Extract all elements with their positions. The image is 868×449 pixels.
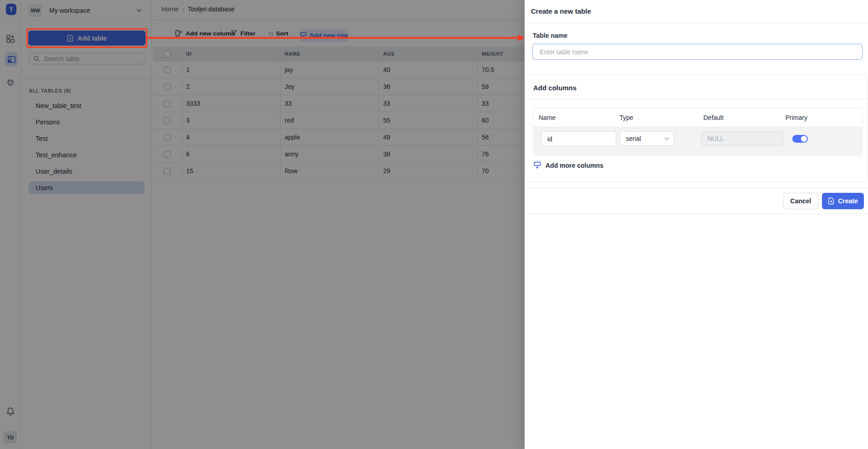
column-name-input[interactable] [541,131,616,146]
add-columns-label: Add columns [533,84,577,92]
column-default-input[interactable]: NULL [702,131,783,146]
chevron-down-icon [665,137,669,140]
column-type-select[interactable]: serial [620,131,674,146]
add-more-columns-button[interactable]: Add more columns [534,161,603,169]
annotation-highlight-rect [26,28,147,48]
col-header-default: Default [703,114,723,121]
columns-definition-table: Name Type Default Primary serial NULL [533,108,863,155]
cancel-button[interactable]: Cancel [783,193,818,209]
col-header-primary: Primary [785,114,807,121]
footer-bottom-divider [525,214,868,214]
col-header-name: Name [539,114,556,121]
file-plus-icon [828,197,835,205]
create-table-drawer: Create a new table Table name Add column… [525,0,868,449]
create-button[interactable]: Create [822,193,864,209]
primary-key-toggle[interactable] [792,135,808,143]
card-divider [526,99,867,99]
annotation-arrow-line [147,37,519,39]
footer-top-divider [525,188,868,188]
drawer-divider [525,23,868,23]
columns-table-header: Name Type Default Primary [534,108,862,127]
column-row: serial NULL [534,127,862,155]
annotation-arrow-head [518,35,525,41]
drawer-title: Create a new table [531,7,591,15]
modal-dim-overlay[interactable] [0,0,525,449]
col-header-type: Type [619,114,633,121]
row-plus-icon [534,161,541,169]
table-name-label: Table name [533,32,567,39]
add-columns-card: Add columns Name Type Default Primary se… [525,74,868,182]
table-name-input[interactable] [532,44,863,60]
